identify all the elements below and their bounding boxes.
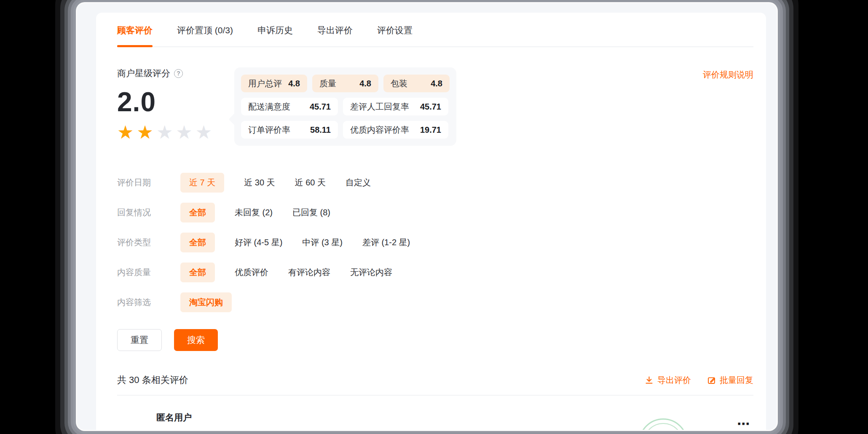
filter-actions: 重置 搜索 — [117, 329, 753, 351]
filter-option-last7days[interactable]: 近 7 天 — [180, 173, 224, 193]
star-empty-icon: ★ — [156, 123, 173, 142]
metric-value: 58.11 — [310, 125, 331, 135]
merchant-rating-label: 商户星级评分 — [117, 67, 170, 79]
results-actions: 导出评价 批量回复 — [645, 375, 753, 386]
metric-order-review-rate: 订单评价率 58.11 — [241, 121, 338, 139]
review-item: 匿名用户 ★★★★★ 质量：2 星 ｜ 包装：3 星 优质评价 ⋯ — [117, 412, 753, 430]
metric-delivery-satisfaction: 配送满意度 45.71 — [241, 98, 338, 115]
filter-option-positive[interactable]: 好评 (4-5 星) — [235, 237, 282, 248]
filter-option-last60days[interactable]: 近 60 天 — [295, 177, 326, 188]
merchant-rating-title: 商户星级评分 ? — [117, 67, 222, 79]
metric-label: 质量 — [319, 78, 336, 89]
filter-options: 近 7 天 近 30 天 近 60 天 自定义 — [180, 173, 391, 193]
review-username: 匿名用户 — [156, 412, 753, 423]
filter-label: 内容质量 — [117, 267, 180, 278]
metric-packaging: 包装 4.8 — [383, 75, 450, 92]
tab-appeal-history[interactable]: 申诉历史 — [257, 24, 293, 46]
metric-quality-content-rate: 优质内容评价率 19.71 — [343, 121, 448, 139]
metric-value: 19.71 — [420, 125, 441, 135]
metric-user-overall: 用户总评 4.8 — [241, 75, 307, 92]
metrics-bubble: 用户总评 4.8 质量 4.8 包装 4.8 — [234, 67, 456, 146]
star-filled-icon: ★ — [117, 123, 134, 142]
filter-label: 回复情况 — [117, 207, 180, 218]
metric-value: 4.8 — [288, 79, 300, 88]
filter-options: 全部 好评 (4-5 星) 中评 (3 星) 差评 (1-2 星) — [180, 233, 430, 252]
filter-option-all[interactable]: 全部 — [180, 203, 215, 222]
filter-option-unreplied[interactable]: 未回复 (2) — [235, 207, 273, 218]
filter-options: 淘宝闪购 — [180, 292, 252, 312]
more-menu-icon[interactable]: ⋯ — [737, 418, 751, 430]
black-backdrop: 顾客评价 评价置顶 (0/3) 申诉历史 导出评价 评价设置 商户星级评分 ? … — [0, 0, 868, 434]
metrics-row-3: 订单评价率 58.11 优质内容评价率 19.71 — [241, 121, 450, 139]
search-button[interactable]: 搜索 — [174, 329, 218, 351]
filter-option-last30days[interactable]: 近 30 天 — [244, 177, 275, 188]
export-reviews-label: 导出评价 — [657, 375, 691, 386]
metric-label: 订单评价率 — [248, 124, 290, 136]
filter-row-content-quality: 内容质量 全部 优质评价 有评论内容 无评论内容 — [117, 263, 753, 282]
filter-label: 评价类型 — [117, 237, 180, 248]
star-empty-icon: ★ — [196, 123, 212, 142]
filter-option-without-comment[interactable]: 无评论内容 — [350, 267, 392, 278]
metrics-row-2: 配送满意度 45.71 差评人工回复率 45.71 — [241, 98, 450, 115]
metrics-row-1: 用户总评 4.8 质量 4.8 包装 4.8 — [241, 75, 450, 92]
filter-option-with-comment[interactable]: 有评论内容 — [288, 267, 330, 278]
reset-button[interactable]: 重置 — [117, 329, 162, 351]
metric-quality: 质量 4.8 — [312, 75, 378, 92]
metric-value: 45.71 — [310, 102, 331, 112]
metric-bad-review-reply-rate: 差评人工回复率 45.71 — [343, 98, 448, 115]
filter-option-custom[interactable]: 自定义 — [346, 177, 371, 188]
tab-export-reviews[interactable]: 导出评价 — [317, 24, 353, 46]
quality-review-stamp-text: 优质评价 — [640, 426, 687, 430]
star-empty-icon: ★ — [176, 123, 192, 142]
filter-option-all[interactable]: 全部 — [180, 233, 215, 252]
merchant-rating: 商户星级评分 ? 2.0 ★★★★★ — [117, 67, 222, 146]
export-reviews-link[interactable]: 导出评价 — [645, 375, 691, 386]
batch-reply-link[interactable]: 批量回复 — [707, 375, 753, 386]
filter-option-neutral[interactable]: 中评 (3 星) — [302, 237, 343, 248]
metric-value: 45.71 — [420, 102, 441, 112]
tab-customer-reviews[interactable]: 顾客评价 — [117, 24, 153, 46]
quality-review-stamp-inner: 优质评价 — [643, 423, 683, 430]
rating-section: 商户星级评分 ? 2.0 ★★★★★ 用户总评 4.8 质量 4 — [117, 67, 753, 146]
filter-options: 全部 未回复 (2) 已回复 (8) — [180, 203, 350, 222]
filter-option-all[interactable]: 全部 — [180, 263, 215, 282]
reviews-panel: 顾客评价 评价置顶 (0/3) 申诉历史 导出评价 评价设置 商户星级评分 ? … — [96, 13, 766, 430]
filter-row-review-type: 评价类型 全部 好评 (4-5 星) 中评 (3 星) 差评 (1-2 星) — [117, 233, 753, 252]
download-icon — [645, 376, 654, 385]
filter-row-content-filter: 内容筛选 淘宝闪购 — [117, 292, 753, 312]
rating-score: 2.0 — [117, 88, 222, 115]
metric-label: 差评人工回复率 — [350, 101, 409, 113]
filter-label: 评价日期 — [117, 177, 180, 188]
tab-bar: 顾客评价 评价置顶 (0/3) 申诉历史 导出评价 评价设置 — [117, 13, 753, 47]
edit-icon — [707, 376, 716, 385]
metric-value: 4.8 — [359, 79, 371, 88]
star-filled-icon: ★ — [137, 123, 153, 142]
app-window: 顾客评价 评价置顶 (0/3) 申诉历史 导出评价 评价设置 商户星级评分 ? … — [77, 3, 777, 430]
filter-row-reply-status: 回复情况 全部 未回复 (2) 已回复 (8) — [117, 203, 753, 222]
review-rules-link[interactable]: 评价规则说明 — [703, 69, 753, 80]
metric-label: 配送满意度 — [248, 101, 290, 113]
metric-label: 用户总评 — [248, 78, 282, 89]
filter-option-negative[interactable]: 差评 (1-2 星) — [362, 237, 410, 248]
tab-review-settings[interactable]: 评价设置 — [377, 24, 413, 46]
batch-reply-label: 批量回复 — [720, 375, 753, 386]
metric-label: 优质内容评价率 — [350, 124, 409, 136]
rating-stars: ★★★★★ — [117, 123, 222, 142]
filter-options: 全部 优质评价 有评论内容 无评论内容 — [180, 263, 412, 282]
results-summary: 共 30 条相关评价 — [117, 374, 188, 386]
filter-label: 内容筛选 — [117, 297, 180, 308]
results-header: 共 30 条相关评价 导出评价 — [117, 374, 753, 396]
help-icon[interactable]: ? — [174, 69, 183, 78]
filter-option-taobao-flash[interactable]: 淘宝闪购 — [180, 292, 232, 312]
metric-value: 4.8 — [431, 79, 442, 88]
tab-pinned-reviews[interactable]: 评价置顶 (0/3) — [177, 24, 233, 46]
filter-option-quality-review[interactable]: 优质评价 — [235, 267, 268, 278]
filters: 评价日期 近 7 天 近 30 天 近 60 天 自定义 回复情况 全部 未回复… — [117, 173, 753, 312]
metric-label: 包装 — [391, 78, 407, 89]
filter-option-replied[interactable]: 已回复 (8) — [292, 207, 330, 218]
filter-row-date: 评价日期 近 7 天 近 30 天 近 60 天 自定义 — [117, 173, 753, 193]
